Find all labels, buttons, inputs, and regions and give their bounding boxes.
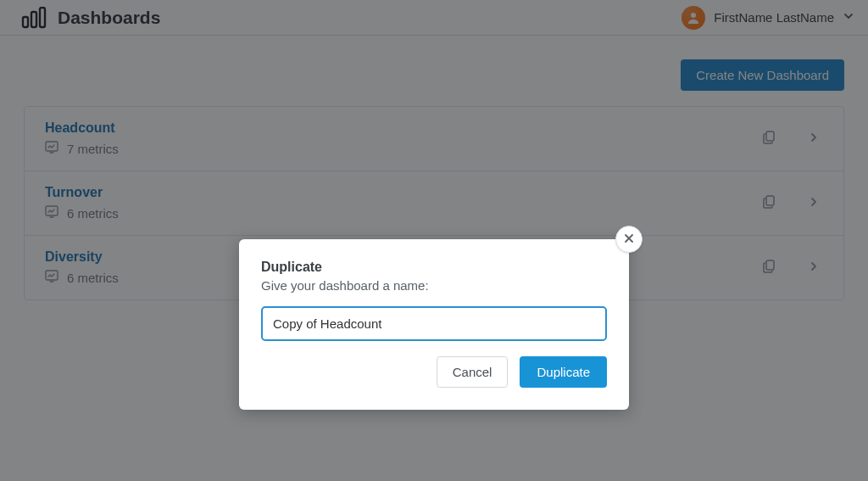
modal-actions: Cancel Duplicate — [261, 356, 607, 388]
modal-overlay[interactable]: Duplicate Give your dashboard a name: Ca… — [0, 0, 868, 481]
duplicate-modal: Duplicate Give your dashboard a name: Ca… — [239, 239, 629, 410]
close-button[interactable] — [615, 226, 643, 253]
close-icon — [623, 232, 635, 247]
duplicate-confirm-button[interactable]: Duplicate — [520, 356, 607, 388]
modal-subtitle: Give your dashboard a name: — [261, 278, 607, 293]
dashboard-name-input[interactable] — [261, 306, 607, 341]
cancel-button[interactable]: Cancel — [437, 356, 509, 388]
modal-title: Duplicate — [261, 260, 607, 275]
